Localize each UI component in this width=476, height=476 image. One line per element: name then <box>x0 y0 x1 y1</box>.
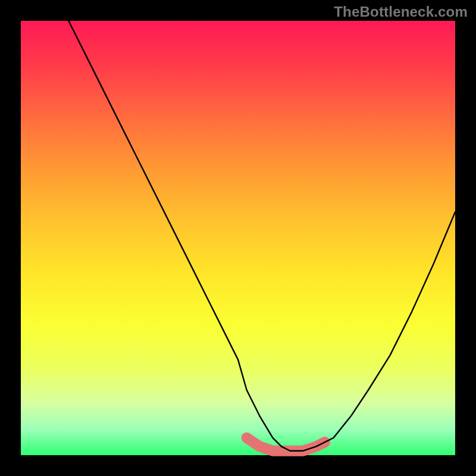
plot-area <box>21 21 455 455</box>
curve-series <box>68 21 455 451</box>
bottleneck-curve-path <box>68 21 455 451</box>
chart-svg <box>21 21 455 455</box>
chart-frame: TheBottleneck.com <box>0 0 476 476</box>
watermark-text: TheBottleneck.com <box>334 4 468 20</box>
